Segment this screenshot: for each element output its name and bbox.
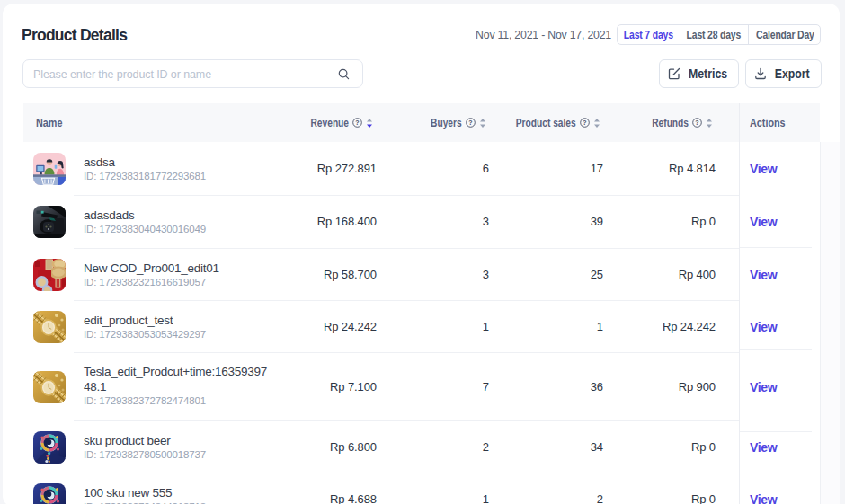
svg-text:?: ? <box>583 119 586 126</box>
svg-text:?: ? <box>695 119 698 126</box>
svg-text:?: ? <box>355 119 359 126</box>
svg-text:?: ? <box>468 119 472 126</box>
